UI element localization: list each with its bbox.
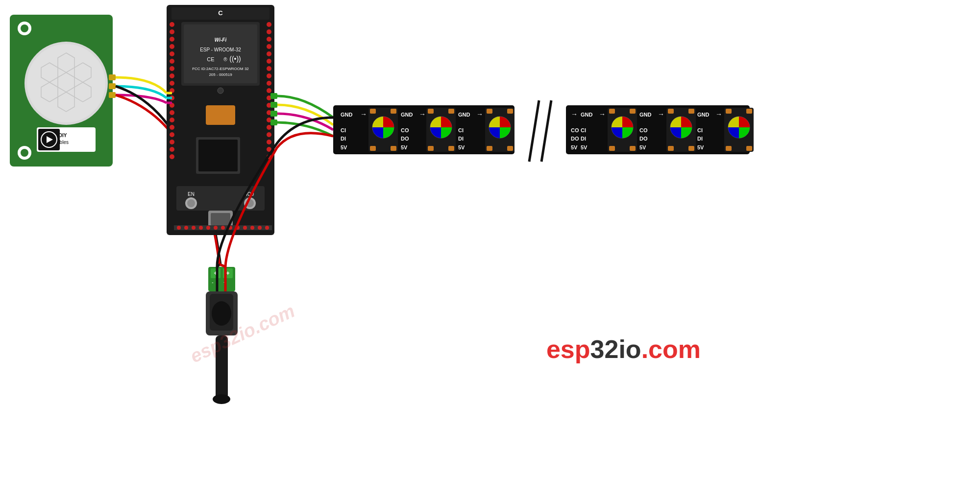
- svg-point-35: [267, 88, 271, 93]
- svg-point-33: [267, 73, 271, 78]
- s2-led3-pad-tl: [726, 109, 732, 114]
- s1-di-in-label: DI: [341, 136, 346, 142]
- s2-do-2: DO: [639, 136, 648, 142]
- s2-led2-pad-tr: [688, 109, 694, 114]
- s1-di-2: DI: [458, 136, 464, 142]
- break-line-1: [529, 100, 539, 162]
- s2-led2-pad-tl: [668, 109, 674, 114]
- s2-di-3: DI: [697, 136, 703, 142]
- en-button-inner: [187, 199, 195, 207]
- s1-led1-pad-tr: [391, 109, 396, 114]
- s1-co-right: CO: [516, 127, 524, 133]
- svg-point-34: [267, 81, 271, 86]
- esp32-c-label: C: [218, 9, 223, 17]
- s2-led1-pad-tl: [609, 109, 615, 114]
- pir-hole-tl-inner: [21, 24, 28, 32]
- s1-5v-out-2: 5V: [458, 144, 465, 150]
- s1-gnd-out-1: GND: [401, 112, 413, 118]
- s1-5v-out-1: 5V: [401, 144, 408, 150]
- dc-cable-end: [213, 394, 230, 404]
- s1-led1-pad-bl: [370, 146, 376, 151]
- esp32-dot: [218, 88, 223, 94]
- s1-do-right: DO: [516, 136, 524, 142]
- esp-wroom-text: ESP - WROOM-32: [200, 47, 241, 52]
- esp32-out-pin-4: [270, 119, 277, 125]
- s2-led2-pad-bl: [668, 146, 674, 151]
- esp32-out-pin-2: [270, 102, 277, 108]
- s1-led2-pad-br: [448, 146, 454, 151]
- svg-point-46: [184, 226, 188, 230]
- pir-pin-2: [109, 83, 116, 89]
- svg-point-30: [267, 51, 271, 56]
- s1-led1-pad-br: [391, 146, 396, 151]
- wifi-text: Wi-Fi: [215, 37, 227, 43]
- svg-point-27: [267, 29, 271, 34]
- s1-led2-pad-bl: [428, 146, 434, 151]
- s1-led3-pad-br: [507, 146, 513, 151]
- svg-point-20: [170, 118, 174, 122]
- esp32-out-pin-1: [270, 93, 277, 99]
- s1-arrow-3: →: [476, 110, 483, 118]
- r-mark: ®: [223, 57, 227, 62]
- s1-ci-in-label: CI: [341, 127, 346, 133]
- brand-com: .com: [641, 335, 701, 363]
- wifi-symbol: ((•)): [229, 55, 241, 63]
- ce-number: 205 - 000519: [209, 72, 232, 77]
- s2-5v-1: 5V: [581, 144, 588, 150]
- svg-point-51: [221, 226, 225, 230]
- svg-point-54: [243, 226, 247, 230]
- s2-co-right: CO: [755, 127, 763, 133]
- svg-point-32: [267, 66, 271, 71]
- svg-point-12: [170, 59, 174, 64]
- s2-led1-pad-tr: [630, 109, 636, 114]
- svg-point-57: [265, 226, 269, 230]
- s2-gnd-3: GND: [697, 112, 710, 118]
- svg-point-49: [206, 226, 210, 230]
- svg-point-24: [170, 147, 174, 152]
- s2-5v-in: 5V: [571, 144, 578, 150]
- terminal-minus: +: [226, 270, 229, 277]
- s1-gnd-right: GND: [516, 112, 528, 118]
- svg-point-13: [170, 66, 174, 71]
- s1-led2-pad-tr: [448, 109, 454, 114]
- pir-hole-bl-inner: [21, 149, 28, 157]
- esp32-out-pin-3: [270, 111, 277, 117]
- brand-esp: esp: [546, 335, 590, 363]
- pir-pin-1: [109, 74, 116, 80]
- svg-point-50: [214, 226, 218, 230]
- svg-point-14: [170, 73, 174, 78]
- s1-co-1: CO: [401, 127, 409, 133]
- svg-point-45: [177, 226, 181, 230]
- esp32-component: [206, 105, 235, 125]
- pir-dome-inner: [27, 44, 105, 122]
- s1-gnd-out-2: GND: [458, 112, 470, 118]
- s2-led2-pad-br: [688, 146, 694, 151]
- dc-jack-port: [212, 301, 231, 326]
- diy-text: DIY: [59, 133, 67, 138]
- s1-led3-pad-tr: [507, 109, 513, 114]
- svg-point-40: [267, 125, 271, 130]
- s2-co-2: CO: [639, 127, 648, 133]
- svg-point-25: [170, 154, 174, 159]
- s2-gnd-2: GND: [639, 112, 652, 118]
- svg-point-23: [170, 140, 174, 144]
- svg-point-7: [170, 22, 174, 27]
- svg-point-26: [267, 22, 271, 27]
- s1-led1-pad-tl: [370, 109, 376, 114]
- s2-arrow-3: →: [715, 110, 722, 118]
- s1-led2-pad-tl: [428, 109, 434, 114]
- svg-point-8: [170, 29, 174, 34]
- s2-5v-3: 5V: [697, 144, 704, 150]
- s1-5v-right: 5V: [516, 144, 523, 150]
- s2-gnd-1: GND: [581, 112, 593, 118]
- svg-point-42: [267, 140, 271, 144]
- s2-ci-1: CI: [581, 127, 586, 133]
- svg-point-15: [170, 81, 174, 86]
- s1-5v-in-label: 5V: [341, 144, 347, 150]
- s1-led3-pad-bl: [487, 146, 492, 151]
- ables-text: ables: [57, 140, 69, 145]
- esp32-ic-inner: [198, 140, 238, 171]
- svg-point-28: [267, 37, 271, 42]
- svg-point-22: [170, 132, 174, 137]
- s1-gnd-in-label: GND: [341, 112, 353, 118]
